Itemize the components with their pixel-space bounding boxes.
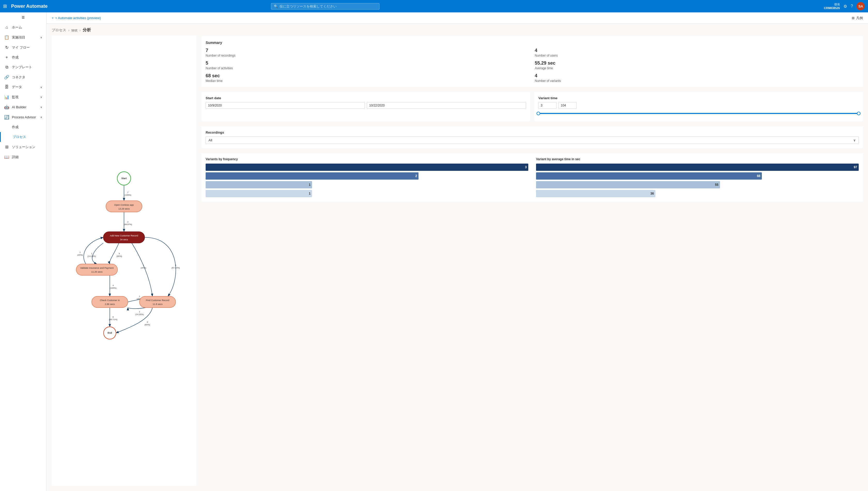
svg-text:Start: Start <box>121 177 127 180</box>
recordings-section: Recordings All ∨ <box>202 126 863 148</box>
breadcrumb-sep1: › <box>68 28 69 32</box>
recordings-title: Recordings <box>206 131 859 134</box>
range-slider[interactable] <box>538 111 859 116</box>
bar-row: 1 <box>206 190 528 197</box>
sidebar-item-myflow[interactable]: ↻ マイ フロー <box>0 42 46 53</box>
right-area: 環境 CRM838526 ⚙ ? SA <box>824 2 865 10</box>
add-customer-node[interactable] <box>103 232 145 243</box>
svg-text:Check Customer In: Check Customer In <box>100 299 120 301</box>
bar-value: 68 <box>757 174 760 178</box>
svg-text:Validate Insurance and Payment: Validate Insurance and Payment <box>80 267 114 269</box>
svg-text:2: 2 <box>127 221 129 223</box>
help-icon[interactable]: ? <box>851 4 853 8</box>
summary-avg-time: 55.29 sec Average time <box>535 60 859 70</box>
bar-fill: 1 <box>206 190 312 197</box>
svg-text:(20%): (20%) <box>77 254 83 256</box>
svg-text:4: 4 <box>119 253 120 255</box>
chevron-down-icon: ∨ <box>853 138 856 142</box>
bar-fill: 1 <box>206 181 312 189</box>
variant-time-title: Variant time <box>538 96 859 100</box>
bar-row: 2 <box>206 172 528 180</box>
solutions-icon: ⊞ <box>4 144 9 149</box>
breadcrumb-test[interactable]: test <box>71 28 78 32</box>
breadcrumb-process[interactable]: プロセス <box>52 28 66 33</box>
sidebar-item-connector[interactable]: 🔗 コネクタ <box>0 72 46 82</box>
variant-time-section: Variant time <box>534 92 863 121</box>
bar-value: 1 <box>309 183 310 186</box>
svg-text:2.86 secs: 2.86 secs <box>105 303 115 306</box>
svg-text:1: 1 <box>143 264 144 266</box>
sidebar-item-template[interactable]: ⧉ テンプレート <box>0 62 46 72</box>
grid-icon[interactable]: ⊞ <box>3 3 7 9</box>
range-thumb-left[interactable] <box>537 112 540 115</box>
bar-row: 36 <box>536 190 859 197</box>
sidebar-item-solutions[interactable]: ⊞ ソリューション <box>0 142 46 152</box>
bar-fill: 55 <box>536 181 720 189</box>
svg-text:11.25 secs: 11.25 secs <box>91 270 102 273</box>
date-inputs <box>206 102 526 109</box>
svg-text:1: 1 <box>80 251 81 254</box>
date-to-input[interactable] <box>367 102 526 109</box>
sidebar-item-process-sub[interactable]: プロセス <box>0 132 46 142</box>
svg-text:Find Customer Record: Find Customer Record <box>146 299 170 301</box>
bar-fill: 36 <box>536 190 655 197</box>
find-node[interactable] <box>140 296 176 308</box>
chevron-up-icon: ∧ <box>40 116 42 119</box>
avg-time-bar-chart: 97 68 <box>536 164 859 197</box>
legend-button[interactable]: ⊞ 凡例 <box>852 16 863 21</box>
svg-text:34 secs: 34 secs <box>120 238 128 241</box>
svg-text:(57.14%): (57.14%) <box>172 267 180 269</box>
range-max-input[interactable] <box>559 102 577 109</box>
bar-row: 1 <box>206 181 528 189</box>
frequency-bar-chart: 3 2 <box>206 164 528 197</box>
connector-icon: 🔗 <box>4 75 9 80</box>
search-input[interactable] <box>279 4 377 8</box>
bar-value: 55 <box>715 183 718 186</box>
sidebar-item-create-sub[interactable]: 作成 <box>0 122 46 132</box>
jisshi-icon: 📋 <box>4 35 9 40</box>
settings-icon[interactable]: ⚙ <box>843 4 847 9</box>
svg-text:(60%): (60%) <box>144 323 150 326</box>
open-contoso-node[interactable] <box>106 201 142 212</box>
bar-bg: 1 <box>206 190 528 197</box>
bar-bg: 2 <box>206 172 528 180</box>
monitor-icon: 📊 <box>4 94 9 99</box>
ai-icon: 🤖 <box>4 105 9 110</box>
sidebar-item-details[interactable]: 📖 詳細 <box>0 152 46 162</box>
sidebar-item-monitor[interactable]: 📊 監視 ∨ <box>0 92 46 102</box>
bar-bg: 1 <box>206 181 528 189</box>
start-date-section: Start date <box>202 92 530 121</box>
range-min-input[interactable] <box>538 102 557 109</box>
automate-activities-button[interactable]: + + Automate activities (preview) <box>52 16 101 20</box>
summary-grid: 7 Number of recordings 4 Number of users… <box>206 48 859 83</box>
avatar[interactable]: SA <box>857 2 865 10</box>
sidebar-item-data[interactable]: 🗄 データ ∨ <box>0 82 46 92</box>
plus-icon: + <box>52 16 54 20</box>
svg-text:(100%): (100%) <box>124 194 131 196</box>
hamburger-button[interactable]: ☰ <box>0 12 46 23</box>
validate-node[interactable] <box>76 264 118 276</box>
recordings-dropdown[interactable]: All ∨ <box>206 137 859 144</box>
start-date-title: Start date <box>206 96 526 100</box>
summary-median-time: 68 sec Median time <box>206 73 530 83</box>
right-panel: Summary 7 Number of recordings 4 Number … <box>202 35 863 486</box>
sidebar-item-create[interactable]: + 作成 <box>0 53 46 62</box>
chevron-down-icon: ∨ <box>40 86 42 89</box>
range-thumb-right[interactable] <box>857 112 861 115</box>
range-inputs <box>538 102 859 109</box>
sidebar-item-home[interactable]: ⌂ ホーム <box>0 23 46 32</box>
chevron-down-icon: ∨ <box>40 96 42 98</box>
date-variant-row: Start date Variant time <box>202 92 863 121</box>
bar-fill: 2 <box>206 172 419 180</box>
date-from-input[interactable] <box>206 102 365 109</box>
sidebar-item-jisshi[interactable]: 📋 実施項目 ∨ <box>0 32 46 42</box>
recordings-value: All <box>208 138 212 142</box>
check-node[interactable] <box>92 296 128 308</box>
summary-recordings: 7 Number of recordings <box>206 48 530 57</box>
svg-text:4: 4 <box>113 284 114 287</box>
sidebar-item-ai-builder[interactable]: 🤖 AI Builder ∨ <box>0 102 46 112</box>
toolbar: + + Automate activities (preview) ⊞ 凡例 <box>47 12 868 24</box>
sidebar-item-process-advisor[interactable]: 🔄 Process Advisor ∧ <box>0 112 46 122</box>
search-box: 🔍 <box>271 3 380 9</box>
data-icon: 🗄 <box>4 85 9 89</box>
